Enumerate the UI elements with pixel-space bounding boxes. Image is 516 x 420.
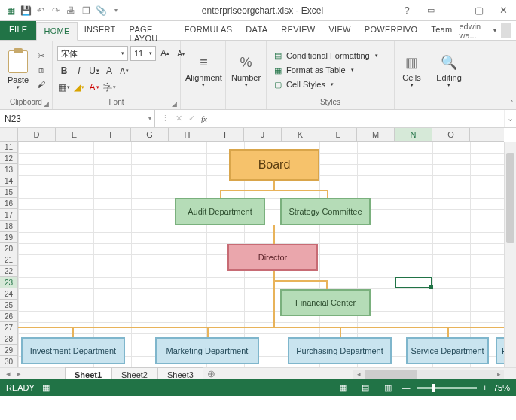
qat-dropdown-icon[interactable]: ▾ bbox=[110, 5, 122, 17]
minimize-icon[interactable]: — bbox=[447, 5, 463, 16]
copy-icon[interactable]: ⧉ bbox=[35, 64, 47, 76]
row-header-11[interactable]: 11 bbox=[0, 142, 17, 153]
row-header-26[interactable]: 26 bbox=[0, 311, 17, 322]
row-header-24[interactable]: 24 bbox=[0, 288, 17, 300]
name-box-dropdown-icon[interactable]: ▾ bbox=[148, 115, 151, 122]
row-header-12[interactable]: 12 bbox=[0, 153, 17, 164]
expand-formula-icon[interactable]: ⌄ bbox=[504, 110, 516, 127]
col-header-L[interactable]: L bbox=[319, 128, 357, 141]
tab-home[interactable]: HOME bbox=[36, 22, 77, 41]
font-name-combo[interactable]: 宋体▾ bbox=[57, 46, 128, 61]
col-header-M[interactable]: M bbox=[357, 128, 395, 141]
save-icon[interactable]: 💾 bbox=[20, 5, 32, 17]
macro-record-icon[interactable]: ▦ bbox=[42, 383, 50, 393]
col-header-I[interactable]: I bbox=[206, 128, 244, 141]
org-node-purch[interactable]: Purchasing Department bbox=[288, 337, 392, 364]
sheet-tab-1[interactable]: Sheet1 bbox=[65, 367, 111, 380]
hscroll-right-icon[interactable]: ▸ bbox=[493, 370, 504, 378]
org-node-fin[interactable]: Financial Center bbox=[280, 289, 371, 316]
row-header-29[interactable]: 29 bbox=[0, 345, 17, 356]
attach-icon[interactable]: 📎 bbox=[95, 5, 107, 17]
hscroll-thumb[interactable] bbox=[365, 370, 417, 379]
formula-input[interactable] bbox=[213, 110, 504, 127]
fx-cancel-icon[interactable]: ✕ bbox=[176, 114, 182, 123]
tab-formulas[interactable]: FORMULAS bbox=[178, 21, 240, 40]
ruby-button[interactable]: 字▾ bbox=[102, 81, 116, 94]
close-icon[interactable]: ✕ bbox=[495, 5, 511, 16]
sheet-tab-3[interactable]: Sheet3 bbox=[157, 367, 203, 379]
row-header-13[interactable]: 13 bbox=[0, 164, 17, 175]
new-icon[interactable]: ❐ bbox=[80, 5, 92, 17]
col-header-D[interactable]: D bbox=[18, 128, 56, 141]
conditional-formatting-button[interactable]: ▤Conditional Formatting▾ bbox=[271, 50, 380, 62]
tab-review[interactable]: REVIEW bbox=[274, 21, 322, 40]
sheet-tab-2[interactable]: Sheet2 bbox=[111, 367, 157, 379]
maximize-icon[interactable]: ▢ bbox=[471, 5, 487, 16]
print-icon[interactable]: 🖶 bbox=[65, 5, 77, 17]
zoom-level[interactable]: 75% bbox=[493, 383, 510, 392]
col-header-J[interactable]: J bbox=[244, 128, 282, 141]
row-header-19[interactable]: 19 bbox=[0, 232, 17, 243]
row-header-27[interactable]: 27 bbox=[0, 322, 17, 333]
page-break-view-icon[interactable]: ▥ bbox=[380, 382, 396, 394]
org-node-invest[interactable]: Investment Department bbox=[21, 337, 125, 364]
cells-button[interactable]: ▥ Cells ▾ bbox=[399, 52, 424, 88]
alignment-button[interactable]: ≡ Alignment ▾ bbox=[185, 52, 222, 88]
org-node-mkt[interactable]: Marketing Department bbox=[155, 337, 259, 364]
row-header-16[interactable]: 16 bbox=[0, 198, 17, 209]
sheet-prev-icon[interactable]: ◂ bbox=[6, 369, 11, 379]
italic-button[interactable]: I bbox=[72, 64, 86, 78]
clipboard-dialog-icon[interactable]: ◢ bbox=[44, 100, 49, 108]
format-as-table-button[interactable]: ▦Format as Table▾ bbox=[271, 64, 380, 76]
org-node-strategy[interactable]: Strategy Committee bbox=[280, 198, 371, 225]
tab-powerpivot[interactable]: POWERPIVO bbox=[358, 21, 425, 40]
normal-view-icon[interactable]: ▦ bbox=[334, 382, 351, 394]
row-header-18[interactable]: 18 bbox=[0, 221, 17, 232]
row-header-14[interactable]: 14 bbox=[0, 175, 17, 187]
org-node-board[interactable]: Board bbox=[229, 149, 319, 181]
editing-button[interactable]: 🔍 Editing ▾ bbox=[434, 52, 464, 88]
undo-icon[interactable]: ↶ bbox=[35, 5, 47, 17]
row-header-23[interactable]: 23 bbox=[0, 277, 17, 288]
col-header-E[interactable]: E bbox=[56, 128, 93, 141]
zoom-knob[interactable] bbox=[432, 384, 435, 392]
format-painter-icon[interactable]: 🖌 bbox=[35, 78, 47, 90]
border-button[interactable]: ▦▾ bbox=[57, 81, 71, 94]
col-header-N[interactable]: N bbox=[395, 128, 432, 141]
font-dialog-icon[interactable]: ◢ bbox=[172, 100, 177, 108]
grow-font-icon[interactable]: A▴ bbox=[158, 47, 172, 60]
select-all-corner[interactable] bbox=[0, 128, 18, 142]
row-header-21[interactable]: 21 bbox=[0, 254, 17, 266]
fx-options-icon[interactable]: ⋮ bbox=[161, 114, 169, 123]
page-layout-view-icon[interactable]: ▤ bbox=[357, 382, 374, 394]
font-a1-button[interactable]: A bbox=[102, 64, 116, 78]
tab-page-layout[interactable]: PAGE LAYOU bbox=[123, 21, 178, 40]
user-area[interactable]: edwin wa... ▾ bbox=[459, 21, 516, 40]
help-icon[interactable]: ? bbox=[398, 5, 415, 16]
col-header-G[interactable]: G bbox=[131, 128, 169, 141]
col-header-O[interactable]: O bbox=[432, 128, 470, 141]
tab-file[interactable]: FILE bbox=[0, 21, 36, 40]
org-node-audit[interactable]: Audit Department bbox=[175, 198, 265, 225]
cut-icon[interactable]: ✂ bbox=[35, 50, 47, 62]
sheet-next-icon[interactable]: ▸ bbox=[17, 369, 21, 379]
zoom-in-icon[interactable]: + bbox=[483, 383, 487, 392]
org-node-serv[interactable]: Service Department bbox=[406, 337, 489, 364]
col-header-F[interactable]: F bbox=[93, 128, 131, 141]
horizontal-scrollbar[interactable]: ◂ ▸ bbox=[353, 370, 504, 379]
active-cell[interactable] bbox=[395, 277, 432, 288]
collapse-ribbon-icon[interactable]: ˄ bbox=[510, 99, 514, 108]
row-header-30[interactable]: 30 bbox=[0, 356, 17, 367]
redo-icon[interactable]: ↷ bbox=[50, 5, 62, 17]
paste-button[interactable]: Paste ▾ bbox=[5, 50, 32, 90]
org-node-director[interactable]: Director bbox=[227, 244, 318, 271]
tab-view[interactable]: VIEW bbox=[322, 21, 357, 40]
hscroll-left-icon[interactable]: ◂ bbox=[353, 370, 364, 378]
col-header-K[interactable]: K bbox=[282, 128, 319, 141]
tab-data[interactable]: DATA bbox=[239, 21, 274, 40]
cells[interactable]: BoardAudit DepartmentStrategy CommitteeD… bbox=[18, 142, 504, 367]
underline-button[interactable]: U▾ bbox=[87, 64, 101, 78]
row-header-28[interactable]: 28 bbox=[0, 333, 17, 345]
row-header-17[interactable]: 17 bbox=[0, 209, 17, 221]
fx-enter-icon[interactable]: ✓ bbox=[188, 114, 195, 123]
